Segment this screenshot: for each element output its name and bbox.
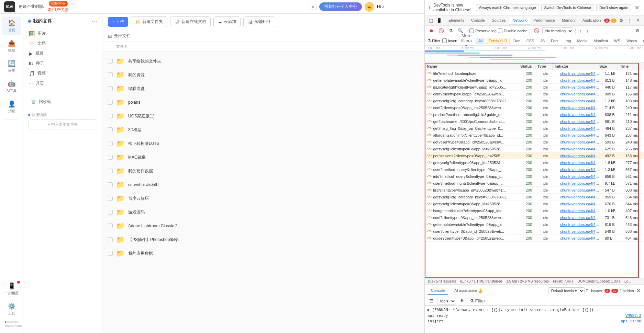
fm-section-images[interactable]: 🖼️ 图片: [26, 28, 99, 38]
dt-notification-close-btn[interactable]: ✕: [634, 4, 640, 11]
table-row[interactable]: </> info?method=query&clienttype=0&app_i…: [425, 173, 644, 180]
dt-console-level-select[interactable]: Default levels ▾: [548, 287, 585, 294]
dt-console-sidebar-btn[interactable]: ☰: [428, 297, 435, 305]
row-checkbox[interactable]: [108, 169, 113, 173]
row-checkbox[interactable]: [108, 223, 113, 228]
row-checkbox[interactable]: [108, 127, 113, 132]
table-row[interactable]: </> isorgpotentialuser?clienttype=0&app_…: [425, 207, 644, 214]
dt-match-lang-btn[interactable]: Always match Chrome's language: [476, 4, 539, 11]
dt-disable-cache-check[interactable]: [498, 28, 502, 33]
dt-filter-type-media[interactable]: Media: [574, 38, 590, 44]
dt-td-initiator[interactable]: chunk-vendors.ea4f490c...: [558, 194, 603, 200]
table-row[interactable]: </> guide?clienttype=0&app_id=25052&web.…: [425, 235, 644, 242]
row-checkbox[interactable]: [108, 141, 113, 146]
fm-section-docs[interactable]: 📄 文档: [26, 38, 99, 48]
dt-invert-label[interactable]: Invert: [442, 38, 457, 43]
dt-td-initiator[interactable]: chunk-vendors.ea4f490c...: [558, 98, 603, 104]
tab-memory[interactable]: Memory: [558, 17, 579, 24]
dt-td-initiator[interactable]: chunk-vendors.ea4f490c...: [558, 139, 603, 145]
row-checkbox[interactable]: [108, 86, 113, 91]
dt-ai-assistance-tab[interactable]: AI assistance 🔔: [451, 287, 486, 294]
table-row[interactable]: </> user?method=rights&clienttype=0&app_…: [425, 180, 644, 187]
table-row[interactable]: </> get?clienttype=0&app_id=250528&web=.…: [425, 139, 644, 146]
user-avatar[interactable]: 🐱: [365, 2, 374, 12]
tab-console[interactable]: Console: [468, 17, 488, 24]
dt-more-btn[interactable]: ⋮: [626, 16, 633, 24]
dt-td-initiator[interactable]: chunk-vendors.ea4f490c...: [558, 181, 603, 186]
dt-td-initiator[interactable]: chunk-vendors.ea4f490c...: [558, 215, 603, 220]
console-link[interactable]: VM557:2: [625, 313, 641, 319]
dt-td-initiator[interactable]: chunk-vendors.ea4f490c...: [558, 201, 603, 207]
dt-filter-type-doc[interactable]: Doc: [511, 38, 523, 44]
dt-console-eye-btn[interactable]: 👁: [458, 297, 466, 305]
new-folder-btn[interactable]: 📁 新建文件夹: [131, 16, 167, 27]
dt-filter-type-css[interactable]: CSS: [524, 38, 537, 44]
dt-td-initiator[interactable]: chunk-vendors.ea4f490c...: [558, 84, 603, 90]
dt-td-initiator[interactable]: chunk-vendors.ea4f490c...: [558, 119, 603, 124]
table-row[interactable]: </> product?method=abconfig&sid&guide_m.…: [425, 111, 644, 118]
dt-td-initiator[interactable]: chunk-vendors.ea4f490c...: [558, 236, 603, 241]
row-checkbox[interactable]: [108, 237, 113, 242]
dt-td-initiator[interactable]: chunk-vendors.ea4f490c...: [558, 187, 603, 193]
row-checkbox[interactable]: [108, 196, 113, 201]
dt-throttle-select[interactable]: No throttling: [542, 27, 573, 34]
table-row[interactable]: </> getsyscfg?cfg_category_keys=%5B%7B%2…: [425, 194, 644, 200]
table-row[interactable]: </> gettemplatevariable?clienttype=0&app…: [425, 77, 644, 84]
hi-text[interactable]: Hi >: [377, 4, 385, 9]
cloud-add-btn[interactable]: ☁ 云添加: [213, 16, 241, 27]
tab-elements[interactable]: Elements: [445, 17, 468, 24]
row-checkbox[interactable]: [108, 251, 113, 256]
row-checkbox[interactable]: [108, 114, 113, 118]
table-row[interactable]: </> permissions?clienttype=0&app_id=2505…: [425, 152, 644, 159]
fm-add-fav-btn[interactable]: + 拖入常用文件夹: [28, 119, 97, 129]
dt-td-initiator[interactable]: chunk-vendors.ea4f490c...: [558, 222, 603, 227]
table-row[interactable]: </> conf?clienttype=0&app_id=250528&web.…: [425, 91, 644, 97]
sidebar-item-ai[interactable]: 🤖 AI工具: [2, 77, 21, 96]
table-row[interactable]: </> getsyscfg?cfg_category_keys=%5B%7B%2…: [425, 97, 644, 104]
dt-filter-type-js[interactable]: JS: [537, 38, 547, 44]
sidebar-item-messages[interactable]: 👤 消息: [2, 97, 21, 116]
table-row[interactable]: </> isLocateRight?clienttype=0&app_id=25…: [425, 84, 644, 91]
dt-th-time[interactable]: Time: [618, 63, 639, 70]
table-row[interactable]: </> gettemplatevariable?clienttype=0&app…: [425, 221, 644, 228]
dt-th-size[interactable]: Size: [597, 63, 618, 70]
dt-td-initiator[interactable]: chunk-vendors.ea4f490c...: [558, 78, 603, 83]
dt-td-initiator[interactable]: chunk-vendors.ea4f490c...: [558, 153, 603, 159]
dt-filter-btn[interactable]: ⚗: [447, 27, 455, 34]
tab-sources[interactable]: Sources: [488, 17, 509, 24]
dt-console-tab[interactable]: Console: [428, 287, 448, 295]
dt-export-btn[interactable]: ↓: [585, 27, 590, 34]
upload-btn[interactable]: ↑ 上传: [108, 17, 128, 27]
dt-td-initiator[interactable]: chunk-vendors.ea4f490c...: [558, 174, 603, 179]
sidebar-item-home[interactable]: 🏠 首页: [2, 16, 21, 35]
dt-filter-type-font[interactable]: Font: [548, 38, 561, 44]
dt-td-initiator[interactable]: chunk-vendors.ea4f490c...: [558, 229, 603, 234]
dt-dont-show-btn[interactable]: Don't show again: [596, 4, 631, 11]
dt-filter-type-fetch/xhr[interactable]: Fetch/XHR: [486, 38, 510, 44]
dt-td-initiator[interactable]: chunk-vendors.ea4f490c...: [558, 126, 603, 131]
company-btn[interactable]: 创建企业/团队: [19, 4, 44, 10]
dt-filter-type-ws[interactable]: WS: [611, 38, 623, 44]
dt-record-btn[interactable]: ⏺: [428, 27, 435, 34]
dt-td-initiator[interactable]: chunk-vendors.ea4f490c...: [558, 208, 603, 214]
table-row[interactable]: </> getsyscfg?clienttype=0&app_id=250528…: [425, 146, 644, 152]
dt-filter-type-wasm[interactable]: Wasm: [624, 38, 640, 44]
row-checkbox[interactable]: [108, 182, 113, 187]
dt-device-btn[interactable]: 📱: [435, 16, 443, 24]
dt-filter-type-manifest[interactable]: Manifest: [591, 38, 611, 44]
sidebar-item-album[interactable]: 📱 一刻相册: [2, 279, 21, 298]
table-row[interactable]: </> getsyscfg?clienttype=0&app_id=250528…: [425, 200, 644, 207]
fm-section-other[interactable]: ··· 其它: [26, 78, 99, 88]
dt-td-initiator[interactable]: chunk-vendors.ea4f490c...: [558, 91, 603, 97]
console-link[interactable]: api.js:88: [621, 319, 641, 324]
smart-ppt-btn[interactable]: 📊 智能PPT: [243, 16, 275, 27]
row-checkbox[interactable]: [108, 155, 113, 160]
table-row[interactable]: </> file?method=locateupload 200 xhr chu…: [425, 70, 644, 77]
dt-clear-btn[interactable]: 🚫: [437, 27, 446, 34]
dt-consolebar-close-btn[interactable]: ✕: [635, 287, 641, 294]
table-row[interactable]: </> allorganizationinfo?clienttype=0&app…: [425, 132, 644, 139]
dt-td-initiator[interactable]: chunk-vendors.ea4f490c...: [558, 160, 603, 165]
fm-trash-item[interactable]: 🗑️ 回收站: [28, 97, 97, 107]
sidebar-item-tools[interactable]: ⚙️ 工具: [2, 300, 21, 319]
tab-network[interactable]: Network: [509, 17, 530, 24]
